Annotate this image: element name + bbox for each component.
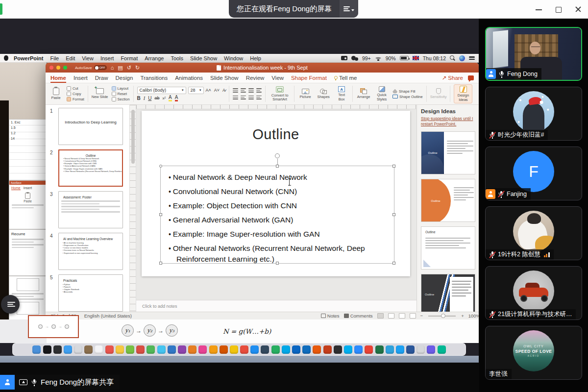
- dock-app-icon[interactable]: [313, 345, 321, 354]
- dock-app-icon[interactable]: [147, 345, 155, 354]
- slide-title[interactable]: Outline: [142, 126, 410, 143]
- rotate-handle[interactable]: [275, 153, 280, 158]
- menu-help[interactable]: Help: [246, 55, 265, 61]
- reading-view-button[interactable]: [399, 313, 405, 318]
- justify-button[interactable]: [256, 95, 262, 100]
- language-indicator[interactable]: English (United States): [84, 313, 132, 318]
- layout-button[interactable]: Layout: [112, 86, 130, 91]
- arrange-button[interactable]: Arrange: [356, 84, 371, 103]
- dock-app-icon[interactable]: [220, 345, 228, 354]
- slideshow-view-button[interactable]: [410, 313, 416, 318]
- dock-app-icon[interactable]: [271, 345, 280, 354]
- participant-tile-grad-student[interactable]: 21级计算机科学与技术研…: [485, 266, 582, 320]
- menu-window[interactable]: Window: [220, 55, 246, 61]
- font-name-select[interactable]: Calibri (Body)▾: [137, 87, 186, 94]
- align-right-button[interactable]: [248, 95, 254, 100]
- slide-thumbnail-4[interactable]: 4 AI and Machine Learning Overview AI vs…: [58, 233, 123, 270]
- dock-app-icon[interactable]: [302, 345, 311, 354]
- dock-app-icon[interactable]: [240, 345, 248, 354]
- dock-app-icon[interactable]: [354, 345, 363, 354]
- resize-handle[interactable]: [159, 262, 162, 265]
- shrink-font-button[interactable]: A˅: [214, 88, 220, 93]
- save-icon[interactable]: ▤: [118, 65, 122, 71]
- line-spacing-button[interactable]: [256, 87, 262, 93]
- normal-view-button[interactable]: [377, 313, 384, 318]
- tab-review[interactable]: Review: [246, 73, 265, 83]
- current-slide[interactable]: Outline Neural Network & Deep Neural Net…: [142, 111, 410, 276]
- design-variant-1[interactable]: Outline: [421, 131, 475, 174]
- dock-app-icon[interactable]: [334, 345, 342, 354]
- resize-handle[interactable]: [276, 165, 279, 168]
- indent-decrease-button[interactable]: [248, 87, 254, 93]
- tab-view[interactable]: View: [271, 73, 284, 83]
- italic-button[interactable]: I: [144, 96, 145, 101]
- dock-app-icon[interactable]: [74, 345, 82, 354]
- dock-app-icon[interactable]: [438, 345, 446, 354]
- menu-file[interactable]: File: [47, 55, 63, 61]
- dock-app-icon[interactable]: [43, 345, 51, 354]
- meeting-info-badge[interactable]: [0, 3, 2, 15]
- share-button[interactable]: ↗Share: [442, 74, 463, 81]
- sensitivity-button[interactable]: Sensitivity: [430, 84, 447, 103]
- floating-list-button[interactable]: [1, 295, 20, 314]
- content-text-frame[interactable]: Neural Network & Deep Neural Network Con…: [160, 166, 394, 264]
- home-icon[interactable]: ⌂: [111, 65, 114, 71]
- dock-app-icon[interactable]: [136, 345, 145, 354]
- bullet-item[interactable]: Example: Image Super-resolution with GAN: [169, 229, 389, 240]
- dock-app-icon[interactable]: [198, 345, 207, 354]
- new-slide-button[interactable]: New Slide: [92, 84, 108, 103]
- reset-button[interactable]: Reset: [112, 92, 130, 96]
- slide-thumbnail-5[interactable]: 5 Practicals PythonPytorch Jupyter Noteb…: [58, 274, 123, 312]
- background-document-window[interactable]: Recurre: [9, 229, 47, 276]
- close-button[interactable]: [574, 5, 582, 13]
- siri-icon[interactable]: [459, 55, 465, 61]
- text-box-button[interactable]: AText Box: [334, 84, 349, 103]
- resize-handle[interactable]: [159, 165, 162, 168]
- tab-design[interactable]: Design: [116, 73, 133, 83]
- undo-icon[interactable]: ↺: [127, 65, 131, 71]
- participant-tile-shiguang[interactable]: 时光少年依旧蓝#: [485, 87, 582, 141]
- notes-toggle[interactable]: Notes: [321, 313, 340, 318]
- format-painter-button[interactable]: Format: [67, 97, 84, 101]
- tab-draw[interactable]: Draw: [95, 73, 108, 83]
- dock-app-icon[interactable]: [292, 345, 300, 354]
- menu-app[interactable]: PowerPoint: [10, 55, 47, 61]
- zoom-slider[interactable]: [428, 316, 456, 317]
- dock-app-icon[interactable]: [261, 345, 269, 354]
- design-variant-4[interactable]: Outline: [421, 274, 475, 312]
- highlight-color-button[interactable]: A: [169, 95, 172, 101]
- autosave-toggle[interactable]: AutoSave OFF: [75, 65, 107, 70]
- design-variant-3[interactable]: Outline: [421, 226, 475, 270]
- dock-app-icon[interactable]: [126, 345, 134, 354]
- spotlight-icon[interactable]: [450, 55, 455, 61]
- resize-handle[interactable]: [392, 262, 395, 265]
- slide-bullet-list[interactable]: Neural Network & Deep Neural Network Con…: [161, 166, 394, 265]
- dock-app-icon[interactable]: [168, 345, 176, 354]
- dock-app-icon[interactable]: [344, 345, 352, 354]
- minimize-traffic-light[interactable]: [56, 66, 60, 70]
- slide-thumbnail-1[interactable]: 1 Introduction to Deep Learning: [58, 108, 123, 145]
- shape-outline-button[interactable]: Shape Outline: [392, 95, 423, 99]
- align-left-button[interactable]: [233, 95, 238, 100]
- dock-app-icon[interactable]: [157, 345, 166, 354]
- bullet-item[interactable]: Other Neural Networks (Recurrent Neural …: [169, 243, 389, 265]
- menu-view[interactable]: View: [78, 55, 97, 61]
- control-center-icon[interactable]: [469, 56, 475, 60]
- menu-edit[interactable]: Edit: [62, 55, 78, 61]
- dock-app-icon[interactable]: [95, 345, 103, 354]
- dock-app-icon[interactable]: [178, 345, 186, 354]
- tab-insert[interactable]: Insert: [74, 73, 88, 83]
- section-button[interactable]: Section: [112, 97, 130, 101]
- dock-app-icon[interactable]: [323, 345, 332, 354]
- dock-app-icon[interactable]: [282, 345, 290, 354]
- clear-format-button[interactable]: A̷: [222, 88, 225, 93]
- minimize-button[interactable]: [535, 5, 543, 13]
- view-options-button[interactable]: [340, 0, 358, 18]
- tab-transitions[interactable]: Transitions: [140, 73, 168, 83]
- mini-tab-home[interactable]: Home: [11, 186, 21, 190]
- zoom-out-button[interactable]: −: [420, 313, 423, 318]
- slide-thumbnail-3[interactable]: 3 Assessment: Poster: [58, 191, 123, 228]
- stop-suggesting-link[interactable]: Stop suggesting ideas until I restart Po…: [421, 116, 475, 127]
- zoom-in-button[interactable]: +: [461, 313, 464, 318]
- resize-handle[interactable]: [392, 165, 395, 168]
